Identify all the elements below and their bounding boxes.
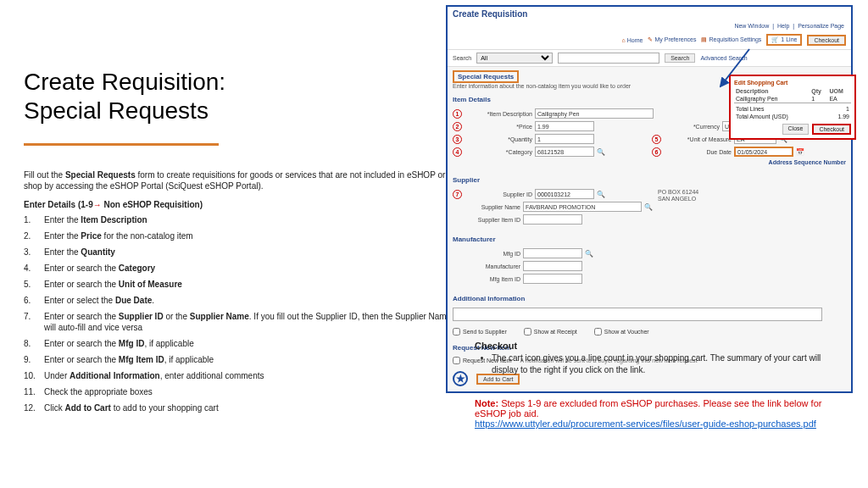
book-icon: ▤ xyxy=(701,36,707,42)
home-icon: ⌂ xyxy=(622,37,626,43)
list-item: 3.Enter the Quantity xyxy=(24,247,456,258)
list-item: 12.Click Add to Cart to add to your shop… xyxy=(24,402,456,413)
send-supplier-checkbox[interactable]: Send to Supplier xyxy=(453,328,507,336)
category-label: *Category xyxy=(465,149,532,155)
marker-5: 5 xyxy=(652,135,661,144)
checkout-button[interactable]: Checkout xyxy=(807,35,846,46)
page-title: Create Requisition: Special Requests xyxy=(24,68,456,125)
cart-checkout-button[interactable]: Checkout xyxy=(812,124,851,135)
list-item: 4.Enter or search the Category xyxy=(24,263,456,274)
marker-2: 2 xyxy=(453,122,462,131)
checkout-bullet: The cart icon gives you a line count in … xyxy=(492,352,839,375)
price-field[interactable]: 1.99 xyxy=(535,121,594,131)
list-item: 8.Enter or search the Mfg ID, if applica… xyxy=(24,338,456,349)
qty-label: *Quantity xyxy=(465,136,532,142)
due-date-field[interactable]: 01/05/2024 xyxy=(734,147,793,157)
accent-rule xyxy=(24,143,219,146)
top-links: New Window | Help | Personalize Page xyxy=(448,21,851,30)
search-input[interactable] xyxy=(558,53,659,64)
app-screenshot: Create Requisition New Window | Help | P… xyxy=(446,5,853,393)
uom-label: *Unit of Measure xyxy=(664,136,732,142)
marker-3: 3 xyxy=(453,135,462,144)
cart-close-button[interactable]: Close xyxy=(782,124,810,135)
star-icon: ★ xyxy=(453,371,468,386)
title-line-1: Create Requisition: xyxy=(24,69,225,95)
calendar-icon[interactable]: 📅 xyxy=(796,148,804,156)
list-item: 11.Check the appropriate boxes xyxy=(24,386,456,397)
search-scope-select[interactable]: All xyxy=(476,53,553,64)
mfg-name-field[interactable] xyxy=(523,261,582,271)
search-icon[interactable]: 🔍 xyxy=(644,203,653,211)
pencil-icon: ✎ xyxy=(648,36,653,42)
eshop-guide-link[interactable]: https://www.uttyler.edu/procurement-serv… xyxy=(475,419,816,429)
search-label: Search xyxy=(453,55,471,61)
link-new-window[interactable]: New Window xyxy=(734,23,769,29)
cart-popup: Edit Shopping Cart DescriptionQtyUOM Cal… xyxy=(729,75,856,140)
list-item: 1.Enter the Item Description xyxy=(24,214,456,225)
nav-settings[interactable]: ▤Requisition Settings xyxy=(701,36,761,43)
supplier-address: PO BOX 61244 SAN ANGELO xyxy=(658,189,846,227)
list-item: 2.Enter the Price for the non-catalog it… xyxy=(24,230,456,241)
nav-prefs[interactable]: ✎My Preferences xyxy=(648,36,696,43)
marker-1: 1 xyxy=(453,109,462,119)
item-desc-label: *Item Description xyxy=(465,111,532,117)
link-help[interactable]: Help xyxy=(777,23,789,29)
due-date-label: Due Date xyxy=(664,149,732,155)
app-window-title: Create Requisition xyxy=(448,7,851,21)
enter-details-heading: Enter Details (1-9→ Non eSHOP Requisitio… xyxy=(24,200,456,209)
note-block: Note: Steps 1-9 are excluded from eSHOP … xyxy=(475,398,839,429)
checkout-explainer: Checkout The cart icon gives you a line … xyxy=(475,341,839,375)
slide-body: Create Requisition: Special Requests Fil… xyxy=(24,68,456,419)
steps-list: 1.Enter the Item Description2.Enter the … xyxy=(24,214,456,413)
marker-7: 7 xyxy=(453,190,462,199)
search-icon[interactable]: 🔍 xyxy=(585,250,593,258)
supplier-item-label: Supplier Item ID xyxy=(453,217,520,223)
supplier-name-label: Supplier Name xyxy=(453,204,520,210)
show-voucher-checkbox[interactable]: Show at Voucher xyxy=(594,328,649,336)
cart-popup-heading: Edit Shopping Cart xyxy=(734,80,851,86)
addr-seq-label: Address Sequence Number xyxy=(769,159,846,165)
marker-4: 4 xyxy=(453,147,462,157)
qty-field[interactable]: 1 xyxy=(535,134,594,144)
supplier-id-field[interactable]: 0000103212 xyxy=(535,189,594,199)
intro-text: Fill out the Special Requests form to cr… xyxy=(24,169,456,191)
list-item: 5.Enter or search the Unit of Measure xyxy=(24,279,456,290)
manufacturer-heading: Manufacturer xyxy=(448,232,851,247)
list-item: 10.Under Additional Information, enter a… xyxy=(24,370,456,381)
currency-label: *Currency xyxy=(652,124,720,130)
category-field[interactable]: 68121528 xyxy=(535,147,594,157)
mfg-item-label: Mfg Item ID xyxy=(453,276,520,282)
search-icon[interactable]: 🔍 xyxy=(597,191,605,198)
table-row: Calligraphy Pen1EA xyxy=(734,95,851,103)
list-item: 9.Enter or search the Mfg Item ID, if ap… xyxy=(24,354,456,365)
search-icon[interactable]: 🔍 xyxy=(597,148,605,156)
additional-info-field[interactable] xyxy=(453,308,822,321)
show-receipt-checkbox[interactable]: Show at Receipt xyxy=(524,328,577,336)
app-window: Create Requisition New Window | Help | P… xyxy=(446,5,853,393)
supplier-name-field[interactable]: FAVBRAND PROMOTION xyxy=(523,202,642,212)
cart-link[interactable]: 🛒1 Line xyxy=(766,34,802,46)
price-label: *Price xyxy=(465,124,532,130)
mfg-name-label: Manufacturer xyxy=(453,263,520,269)
list-item: 6.Enter or select the Due Date. xyxy=(24,295,456,306)
list-item: 7.Enter or search the Supplier ID or the… xyxy=(24,311,456,333)
search-button[interactable]: Search xyxy=(665,53,695,63)
advanced-search-link[interactable]: Advanced Search xyxy=(700,55,747,61)
title-line-2: Special Requests xyxy=(24,97,209,124)
mfg-id-label: Mfg ID xyxy=(453,251,520,257)
cart-icon: 🛒 xyxy=(771,36,779,42)
mfg-id-field[interactable] xyxy=(523,248,582,258)
checkout-heading: Checkout xyxy=(475,341,839,351)
cart-table: DescriptionQtyUOM Calligraphy Pen1EA Tot… xyxy=(734,87,851,120)
marker-6: 6 xyxy=(652,147,661,157)
link-personalize[interactable]: Personalize Page xyxy=(798,23,844,29)
additional-info-heading: Additional Information xyxy=(448,291,851,306)
special-requests-heading: Special Requests xyxy=(453,70,519,83)
item-desc-field[interactable]: Calligraphy Pen xyxy=(535,108,654,119)
mfg-item-field[interactable] xyxy=(523,274,582,284)
supplier-item-field[interactable] xyxy=(523,214,582,225)
supplier-id-label: Supplier ID xyxy=(465,191,532,197)
nav-home[interactable]: ⌂Home xyxy=(622,37,643,43)
supplier-heading: Supplier xyxy=(448,173,851,187)
